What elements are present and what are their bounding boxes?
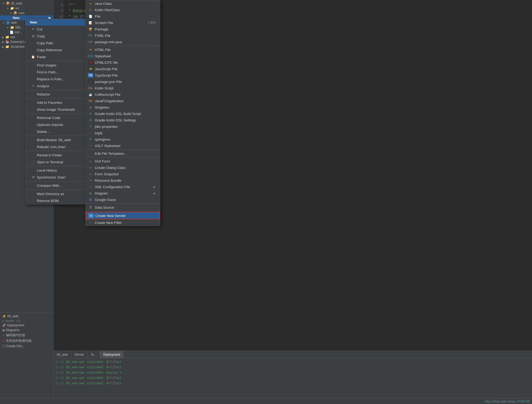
tab-06web[interactable]: 06_web [53, 351, 71, 358]
submenu-stylesheet-label: Stylesheet [95, 54, 156, 58]
submenu-google-guice[interactable]: G Google Guice [86, 196, 160, 203]
submenu-create-filter[interactable]: ▽ Create New Filter [86, 219, 160, 226]
spring-icon: ⚙ [88, 137, 93, 141]
tab-tc[interactable]: Tc... [87, 351, 100, 358]
submenu-xslt[interactable]: ⚙ XSLT Stylesheet [86, 142, 160, 149]
submenu-new[interactable]: ● Java Class K Kotlin File/Class 📄 File … [85, 0, 160, 226]
gradle-settings-icon: G [88, 118, 93, 122]
submenu-create-servlet[interactable]: ≡ Create New Servlet [86, 212, 160, 219]
submenu-cfml[interactable]: CF CFML/CFC file [86, 59, 160, 66]
diagrams-label: Diagrams [6, 328, 19, 332]
submenu-package[interactable]: 📦 Package [86, 26, 160, 32]
sidebar-bottom-deployment[interactable]: 🚀 Deployment [0, 323, 53, 328]
file-icon-ind: 📄 [10, 30, 14, 34]
submenu-edit-templates[interactable]: Edit File Templates... [86, 150, 160, 157]
xml-config-icon: ⚙ [88, 185, 93, 189]
rebuild-icon [31, 145, 35, 149]
submenu-coffeescript[interactable]: ☕ CoffeeScript File [86, 91, 160, 98]
scan-icon: ✓ [2, 334, 5, 337]
submenu-gradle-settings-label: Gradle Kotlin DSL Settings [95, 118, 156, 122]
submenu-package-json[interactable]: { } package.json File [86, 78, 160, 85]
sidebar-label-we: WE... [15, 26, 23, 29]
arrow-icon-extlib: ▶ [2, 41, 4, 43]
submenu-springmvc[interactable]: ⚙ springmvc [86, 136, 160, 142]
submenu-resource-bundle[interactable]: ⚙ Resource Bundle [86, 177, 160, 184]
sidebar-label-com: com [18, 11, 25, 15]
submenu-diagram[interactable]: ◈ Diagram ▶ [86, 190, 160, 196]
submenu-data-source[interactable]: 🗄 Data Source [86, 204, 160, 211]
submenu-stylesheet[interactable]: CSS Stylesheet [86, 53, 160, 59]
submenu-singleton-label: Singleton [95, 105, 156, 109]
submenu-gradle-settings[interactable]: G Gradle Kotlin DSL Settings [86, 117, 160, 123]
submenu-gui-form-label: GUI Form [95, 159, 156, 163]
json-icon: { } [88, 80, 93, 84]
sidebar-item-src[interactable]: ▼ 📁 src [0, 6, 53, 11]
sidebar-bottom-scan[interactable]: ✓ 编码规约扫描 [0, 332, 53, 338]
tab-server-label: Server [75, 353, 84, 357]
kotlin-script-icon: Kts [88, 86, 93, 90]
submenu-kotlin-file[interactable]: K Kotlin File/Class [86, 7, 160, 13]
realtime-icon: ⊘ [2, 339, 5, 343]
submenu-html-file[interactable]: H HTML File [86, 46, 160, 53]
menu-reformat-label: Reformat Code [37, 116, 93, 120]
sidebar-bottom-label-06web: 06_web [7, 314, 18, 318]
submenu-java-class[interactable]: ● Java Class [86, 0, 160, 7]
submenu-jdbc-properties[interactable]: ⚙ jdbc.properties [86, 123, 160, 130]
sidebar-item-06web[interactable]: ▼ 📦 06_web [0, 1, 53, 6]
html-icon: H [88, 47, 93, 52]
sidebar-bottom-server[interactable]: ▷ Server | Tc... [0, 319, 53, 323]
package-icon-com: 📦 [13, 11, 17, 15]
submenu-ts-file[interactable]: TS TypeScript File [86, 72, 160, 78]
tab-server[interactable]: Server [71, 351, 87, 358]
submenu-form-snapshot[interactable]: ▭ Form Snapshot [86, 171, 160, 177]
tab-deployment[interactable]: Deployment [100, 351, 124, 358]
submenu-file[interactable]: 📄 File [86, 13, 160, 19]
mark-icon [31, 192, 35, 196]
submenu-gui-form[interactable]: ▭ GUI Form [86, 158, 160, 164]
edit-templates-icon [88, 151, 93, 156]
submenu-package-info[interactable]: JSP package-info.java [86, 39, 160, 45]
sidebar-bottom-gist[interactable]: ⬡ Create Gist... [0, 344, 53, 348]
datasource-icon: 🗄 [88, 205, 93, 209]
css-icon: CSS [88, 54, 93, 58]
thumbnails-icon [31, 107, 35, 112]
submenu-javafx-label: JavaFXApplication [95, 99, 156, 103]
submenu-kotlin-script[interactable]: Kts Kotlin Script [86, 85, 160, 91]
submenu-gradle-build[interactable]: G Gradle Kotlin DSL Build Script [86, 110, 160, 117]
arrow-icon-scratch: ▶ [2, 45, 4, 48]
submenu-scratch-file[interactable]: 📝 Scratch File ⇧⌘N [86, 19, 160, 26]
sidebar-bottom-realtime[interactable]: ⊘ 关闭实时检测功能 [0, 338, 53, 344]
submenu-ts-file-label: TypeScript File [95, 73, 156, 77]
submenu-js-file-label: JavaScript File [95, 67, 156, 71]
js-icon: JS [88, 67, 93, 71]
submenu-xml-config[interactable]: ⚙ XML Configuration File ▶ [86, 184, 160, 190]
submenu-xslt-label: XSLT Stylesheet [95, 144, 156, 148]
submenu-coffeescript-label: CoffeeScript File [95, 93, 156, 97]
sidebar-label-src: src [15, 6, 19, 10]
submenu-js-file[interactable]: JS JavaScript File [86, 66, 160, 72]
submenu-sep-1 [86, 46, 160, 46]
cfml-icon: CF [88, 60, 93, 65]
package-icon: 📦 [88, 27, 93, 31]
submenu-log4j[interactable]: ⚙ log4j [86, 130, 160, 136]
arrow-icon-we: ▼ [6, 26, 9, 29]
dialog-icon: ▭ [88, 165, 93, 170]
copy-icon: ⊡ [31, 34, 35, 38]
javafx-icon: FX [88, 99, 93, 103]
sidebar-item-com[interactable]: ▼ 📦 com [0, 11, 53, 15]
jdbc-icon: ⚙ [88, 124, 93, 129]
submenu-create-dialog[interactable]: ▭ Create Dialog Class [86, 164, 160, 171]
submenu-jdbc-properties-label: jdbc.properties [95, 125, 156, 129]
submenu-javafx[interactable]: FX JavaFXApplication [86, 98, 160, 104]
sidebar-label-out: out [10, 35, 15, 39]
submenu-singleton[interactable]: ◈ Singleton [86, 104, 160, 110]
submenu-fxml-file[interactable]: FX FXML File [86, 32, 160, 39]
submenu-sep-3 [86, 157, 160, 157]
java-class-icon: ● [88, 1, 93, 6]
sidebar-bottom-diagrams[interactable]: ◉ Diagrams [0, 328, 53, 332]
sidebar-bottom-06web[interactable]: ⚡ 06_web [0, 314, 53, 319]
scan-label: 编码规约扫描 [6, 333, 25, 338]
new-label: New [13, 16, 19, 20]
tab-deployment-label: Deployment [103, 353, 120, 357]
submenu-package-json-label: package.json File [95, 80, 156, 84]
